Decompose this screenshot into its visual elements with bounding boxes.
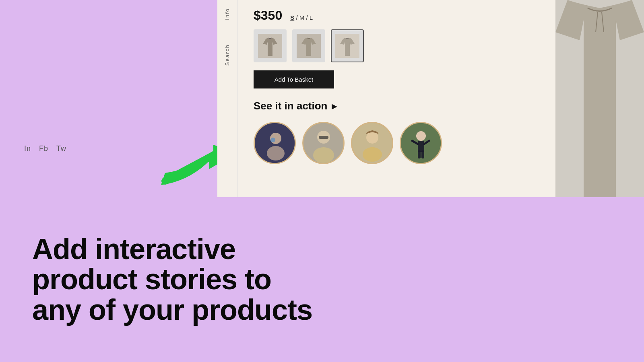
sidebar-nav-search[interactable]: Search [224, 44, 230, 66]
play-icon[interactable]: ▶ [332, 102, 337, 111]
size-l[interactable]: L [310, 14, 313, 21]
product-thumbnails [254, 29, 539, 62]
page-wrapper: In Fb Tw Info Search [0, 0, 644, 362]
headline-block: Add interactive product stories to any o… [32, 234, 312, 325]
social-link-tw[interactable]: Tw [56, 144, 66, 153]
svg-point-15 [363, 147, 382, 162]
add-to-basket-button[interactable]: Add To Basket [254, 70, 334, 88]
svg-point-11 [313, 147, 334, 163]
svg-rect-18 [418, 141, 424, 152]
social-links: In Fb Tw [24, 144, 66, 153]
right-product-image [555, 0, 644, 197]
thumbnail-2[interactable] [292, 29, 325, 62]
headline-line1: Add interactive [32, 234, 312, 265]
product-panel: Info Search $350 S / M / L [217, 0, 644, 197]
svg-point-8 [270, 138, 275, 142]
product-price: $350 [254, 8, 282, 23]
headline-line2: product stories to [32, 264, 312, 295]
size-s[interactable]: S [290, 14, 294, 21]
svg-rect-20 [421, 150, 424, 158]
story-circle-3[interactable] [351, 122, 393, 164]
svg-rect-12 [319, 136, 328, 139]
left-purple-area: In Fb Tw [0, 0, 217, 197]
svg-point-17 [416, 131, 426, 141]
social-link-in[interactable]: In [24, 144, 31, 153]
story-circles [254, 122, 539, 164]
story-circle-1[interactable] [254, 122, 296, 164]
svg-rect-19 [418, 150, 421, 158]
svg-point-7 [267, 146, 285, 160]
svg-point-14 [366, 132, 378, 144]
thumbnail-3[interactable] [331, 29, 364, 62]
headline-line3: any of your products [32, 295, 312, 325]
size-separator: / [296, 14, 299, 21]
size-selector[interactable]: S / M / L [290, 14, 313, 21]
thumbnail-1[interactable] [254, 29, 287, 62]
size-m[interactable]: M [299, 14, 305, 21]
price-size-row: $350 S / M / L [254, 8, 539, 23]
story-circle-2[interactable] [302, 122, 345, 164]
bottom-section: Add interactive product stories to any o… [0, 197, 644, 362]
see-in-action-label[interactable]: See it in action [254, 100, 328, 112]
top-section: In Fb Tw Info Search [0, 0, 644, 197]
story-circle-4[interactable] [400, 122, 442, 164]
product-content: $350 S / M / L [237, 0, 555, 197]
size-separator2: / [306, 14, 309, 21]
see-in-action-row: See it in action ▶ [254, 100, 539, 112]
sidebar-nav-info[interactable]: Info [224, 8, 230, 20]
sidebar-nav: Info Search [217, 0, 237, 197]
social-link-fb[interactable]: Fb [39, 144, 48, 153]
